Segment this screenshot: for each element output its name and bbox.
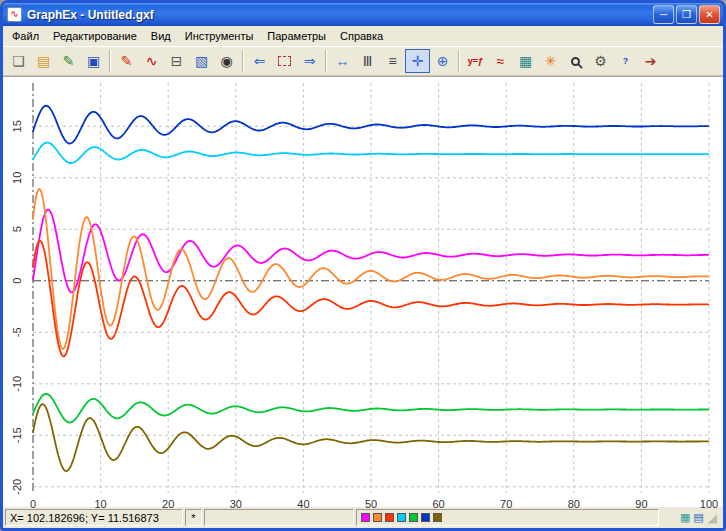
horizontal-grid-button[interactable]: ≡ [380,49,405,73]
previous-view-icon: ⇐ [254,54,266,68]
center-target-button[interactable]: ⊕ [430,49,455,73]
zoom-region-button[interactable] [563,49,588,73]
menu-file[interactable]: Файл [5,28,46,44]
edit-curve-button[interactable]: ✎ [114,49,139,73]
app-icon: ∿ [7,7,22,22]
menu-help[interactable]: Справка [333,28,390,44]
x-tick-label: 100 [700,498,718,510]
save-file-icon: ▣ [87,54,100,68]
menu-tools[interactable]: Инструменты [178,28,261,44]
x-tick-label: 20 [162,498,174,510]
toolbar-separator [458,50,460,72]
snapshot-button[interactable]: ◉ [214,49,239,73]
toolbar-separator [242,50,244,72]
next-view-button[interactable]: ⇒ [297,49,322,73]
toolbar: ❏▤✎▣✎∿⊟▧◉⇐⇒↔Ⅲ≡✛⊕y=ƒ≈▦✳⚙?➔ [3,46,723,76]
y-tick-label: -15 [11,427,23,443]
chart-preview-icon: ▧ [195,54,208,68]
settings-icon: ⚙ [594,54,607,68]
window-title: GraphEx - Untitled.gxf [22,8,651,22]
y-tick-label: 5 [11,226,23,232]
open-file-button[interactable]: ▤ [31,49,56,73]
y-tick-label: 15 [11,120,23,132]
minimize-button[interactable]: ─ [653,5,674,24]
curves-list-button[interactable]: ≈ [488,49,513,73]
y-tick-label: 10 [11,172,23,184]
pan-mode-button[interactable]: ✛ [405,49,430,73]
series-green [33,394,708,423]
chart-plot[interactable]: 0102030405060708090100-20-15-10-5051015 [3,77,723,515]
exit-icon: ➔ [645,54,657,68]
formula-icon: y=ƒ [468,57,483,66]
formula-button[interactable]: y=ƒ [463,49,488,73]
help-button[interactable]: ? [613,49,638,73]
edit-chart-icon: ✎ [63,54,75,68]
menu-options[interactable]: Параметры [260,28,333,44]
edit-curve-icon: ✎ [121,54,133,68]
help-icon: ? [623,57,629,66]
new-file-button[interactable]: ❏ [6,49,31,73]
chart-canvas[interactable]: 0102030405060708090100-20-15-10-5051015 [3,76,723,507]
title-bar[interactable]: ∿ GraphEx - Untitled.gxf ─ ❐ ✕ [3,3,723,26]
fit-width-icon: ↔ [336,54,350,68]
chart-preview-button[interactable]: ▧ [189,49,214,73]
fit-width-button[interactable]: ↔ [330,49,355,73]
exit-button[interactable]: ➔ [638,49,663,73]
toolbar-separator [325,50,327,72]
snapshot-icon: ◉ [220,54,232,68]
center-target-icon: ⊕ [437,54,449,68]
app-window: ∿ GraphEx - Untitled.gxf ─ ❐ ✕ ФайлРедак… [0,0,726,531]
save-file-button[interactable]: ▣ [81,49,106,73]
previous-view-button[interactable]: ⇐ [247,49,272,73]
print-button[interactable]: ⊟ [164,49,189,73]
x-tick-label: 90 [635,498,647,510]
vertical-grid-button[interactable]: Ⅲ [355,49,380,73]
print-icon: ⊟ [171,54,183,68]
vertical-grid-icon: Ⅲ [363,54,373,68]
x-tick-label: 70 [500,498,512,510]
zoom-region-icon [571,57,580,66]
toolbar-separator [109,50,111,72]
y-tick-label: 0 [11,278,23,284]
x-tick-label: 80 [568,498,580,510]
maximize-button[interactable]: ❐ [676,5,697,24]
y-tick-label: -5 [11,327,23,337]
full-extent-button[interactable] [272,49,297,73]
horizontal-grid-icon: ≡ [388,54,396,68]
y-tick-label: -10 [11,376,23,392]
pan-mode-icon: ✛ [412,54,424,68]
add-curve-button[interactable]: ∿ [139,49,164,73]
x-tick-label: 50 [365,498,377,510]
x-tick-label: 0 [30,498,36,510]
menu-view[interactable]: Вид [144,28,178,44]
next-view-icon: ⇒ [304,54,316,68]
curves-list-icon: ≈ [497,54,505,68]
x-tick-label: 60 [432,498,444,510]
full-extent-icon [278,56,291,66]
menu-edit[interactable]: Редактирование [46,28,144,44]
data-table-icon: ▦ [519,54,532,68]
data-table-button[interactable]: ▦ [513,49,538,73]
auto-scale-button[interactable]: ✳ [538,49,563,73]
settings-button[interactable]: ⚙ [588,49,613,73]
add-curve-icon: ∿ [146,54,158,68]
menubar: ФайлРедактированиеВидИнструментыПараметр… [3,26,723,46]
new-file-icon: ❏ [12,54,25,68]
edit-chart-button[interactable]: ✎ [56,49,81,73]
x-tick-label: 40 [297,498,309,510]
y-tick-label: -20 [11,479,23,495]
x-tick-label: 10 [94,498,106,510]
open-file-icon: ▤ [37,54,50,68]
close-button[interactable]: ✕ [699,5,720,24]
x-tick-label: 30 [230,498,242,510]
auto-scale-icon: ✳ [545,54,557,68]
